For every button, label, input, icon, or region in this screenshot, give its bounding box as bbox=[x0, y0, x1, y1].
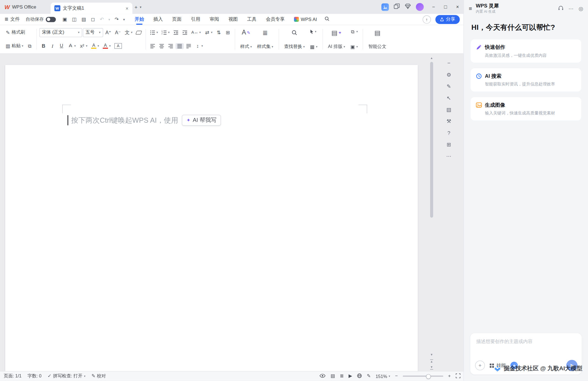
tools-icon[interactable]: ⚒ bbox=[447, 119, 451, 124]
card-quick-create[interactable]: 快速创作 高效激活灵感，一键生成优质内容 bbox=[471, 39, 581, 63]
layers-button[interactable]: ⧉ ▾ bbox=[349, 28, 359, 35]
edit-icon[interactable]: ✎ bbox=[447, 84, 451, 89]
tab-list-caret-icon[interactable]: ▾ bbox=[140, 5, 141, 9]
vertical-scrollbar[interactable]: ▲ ▼ ▲ ▼ bbox=[429, 56, 434, 370]
tab-tools[interactable]: 工具 bbox=[247, 14, 257, 25]
new-tab-button[interactable]: + bbox=[132, 4, 140, 10]
tab-wps-ai[interactable]: WPS AI bbox=[294, 14, 317, 25]
tab-view[interactable]: 视图 bbox=[228, 14, 238, 25]
align-right-button[interactable] bbox=[166, 43, 175, 49]
increase-indent-button[interactable] bbox=[181, 29, 189, 36]
table-grid-button[interactable]: ⊞ bbox=[224, 29, 232, 36]
find-replace-button[interactable]: 查找替换▾ bbox=[282, 28, 308, 51]
next-page-icon[interactable]: ▼ bbox=[430, 366, 433, 370]
more-icon[interactable]: ⋯ bbox=[446, 154, 452, 159]
select-cursor-icon[interactable]: ↖ bbox=[447, 95, 451, 101]
undo-caret-icon[interactable]: ▾ bbox=[108, 17, 110, 21]
align-left-button[interactable] bbox=[149, 43, 157, 49]
tab-page[interactable]: 页面 bbox=[172, 14, 182, 25]
phonetic-guide-button[interactable]: 文 ▾ bbox=[123, 29, 134, 36]
premium-gem-icon[interactable] bbox=[405, 3, 411, 10]
wrap-button[interactable]: ▣ ▾ bbox=[349, 44, 359, 50]
zoom-slider[interactable] bbox=[403, 375, 443, 377]
character-border-button[interactable]: A bbox=[113, 42, 123, 50]
user-avatar[interactable] bbox=[416, 3, 424, 11]
bold-button[interactable]: B bbox=[39, 43, 48, 49]
spellcheck-status[interactable]: ✓ 拼写检查: 打开 ▾ bbox=[47, 373, 85, 379]
multi-window-icon[interactable] bbox=[394, 3, 400, 10]
undo-icon[interactable]: ↶ bbox=[99, 17, 104, 22]
document-page[interactable]: 按下两次Ctrl键唤起WPS AI，使用 ✦ AI 帮我写 bbox=[5, 65, 418, 371]
paste-button[interactable]: ▥ 粘贴 ▾ bbox=[4, 42, 25, 50]
autosave-control[interactable]: 自动保存 bbox=[26, 16, 56, 23]
collapse-panel-icon[interactable]: − bbox=[447, 60, 451, 66]
zoom-slider-thumb[interactable] bbox=[426, 374, 431, 379]
decrease-indent-button[interactable] bbox=[172, 29, 180, 36]
close-button[interactable]: × bbox=[452, 0, 464, 14]
help-icon[interactable]: ? bbox=[447, 130, 451, 135]
minimize-button[interactable]: − bbox=[428, 0, 440, 14]
page-view-icon[interactable]: ▤ bbox=[330, 374, 335, 379]
zoom-out-icon[interactable]: − bbox=[395, 374, 398, 379]
web-view-icon[interactable] bbox=[357, 373, 362, 379]
scrollbar-thumb[interactable] bbox=[430, 62, 433, 218]
increase-font-button[interactable]: A⁺ bbox=[104, 29, 113, 36]
tab-home[interactable]: 开始 bbox=[135, 14, 144, 25]
maximize-button[interactable]: □ bbox=[439, 0, 452, 14]
print-icon[interactable]: ▤ bbox=[81, 17, 86, 22]
outline-view-icon[interactable]: ≣ bbox=[340, 374, 344, 379]
font-size-select[interactable]: 五号 ▾ bbox=[83, 28, 103, 37]
tab-insert[interactable]: 插入 bbox=[153, 14, 163, 25]
ai-write-button[interactable]: ✦ AI 帮我写 bbox=[182, 115, 221, 125]
upload-icon[interactable]: ↑ bbox=[423, 15, 431, 23]
word-count[interactable]: 字数: 0 bbox=[28, 373, 42, 379]
tab-review[interactable]: 审阅 bbox=[210, 14, 219, 25]
redo-icon[interactable]: ↷ bbox=[114, 17, 119, 22]
line-spacing-button[interactable]: ↕ ▾ bbox=[193, 43, 204, 49]
copy-button[interactable]: ⧉ bbox=[26, 43, 34, 49]
previous-page-icon[interactable]: ▲ bbox=[430, 359, 433, 363]
file-menu[interactable]: ≣ 文件 bbox=[4, 16, 20, 23]
redo-caret-icon[interactable]: ▾ bbox=[123, 17, 125, 21]
autosave-toggle[interactable] bbox=[46, 17, 56, 22]
clear-format-button[interactable] bbox=[135, 30, 143, 35]
document-tab[interactable]: W 文字文稿1 × bbox=[50, 3, 132, 14]
select-button[interactable]: ▾ bbox=[308, 28, 319, 35]
print-preview-icon[interactable]: ◻ bbox=[91, 17, 95, 22]
smart-doc-button[interactable]: ▤ 智能公文 bbox=[366, 28, 389, 51]
text-direction-button[interactable]: ⇄ ▾ bbox=[203, 29, 214, 36]
font-color-button[interactable]: A ▾ bbox=[101, 42, 112, 50]
align-center-button[interactable] bbox=[158, 43, 166, 49]
scroll-down-icon[interactable]: ▼ bbox=[430, 353, 433, 357]
sort-button[interactable]: ⇅ bbox=[215, 29, 223, 36]
numbered-list-button[interactable]: ▾ bbox=[160, 29, 171, 36]
decrease-font-button[interactable]: A⁻ bbox=[114, 29, 122, 36]
fullscreen-icon[interactable] bbox=[456, 373, 461, 379]
bullet-list-button[interactable]: ▾ bbox=[149, 29, 159, 36]
proofread-button[interactable]: ✎ 校对 bbox=[91, 373, 106, 379]
justify-button[interactable] bbox=[176, 43, 184, 49]
save-icon[interactable]: ▣ bbox=[62, 17, 67, 22]
format-painter-button[interactable]: ✎ 格式刷 bbox=[4, 28, 27, 36]
style-set-button[interactable]: ≣ 样式集▾ bbox=[255, 28, 276, 51]
italic-button[interactable]: I bbox=[48, 43, 57, 49]
more-options-icon[interactable]: ⋯ bbox=[568, 6, 574, 12]
attach-button[interactable]: + bbox=[475, 361, 485, 370]
search-icon[interactable] bbox=[324, 16, 330, 23]
tab-member[interactable]: 会员专享 bbox=[266, 14, 285, 25]
share-button[interactable]: 分享 bbox=[435, 15, 460, 24]
card-generate-image[interactable]: 生成图像 输入关键词，快速生成高质量视觉素材 bbox=[471, 97, 581, 120]
character-scale-button[interactable]: A↔ ▾ bbox=[190, 30, 202, 35]
headset-icon[interactable] bbox=[558, 6, 563, 12]
styles-button[interactable]: A✎ 样式▾ bbox=[238, 28, 254, 51]
ai-layout-button[interactable]: ▤✦ AI 排版▾ bbox=[325, 28, 348, 51]
assistant-menu-icon[interactable]: ≡ bbox=[469, 5, 472, 12]
notes-icon[interactable]: ▤ bbox=[446, 107, 451, 112]
strikethrough-button[interactable]: A ▾ bbox=[66, 43, 77, 49]
apps-icon[interactable]: ⊞ bbox=[447, 142, 451, 147]
settings-icon[interactable]: ⚙ bbox=[447, 72, 451, 77]
scroll-up-icon[interactable]: ▲ bbox=[430, 56, 433, 60]
assistant-input-placeholder[interactable]: 描述想要创作的主题或内容 bbox=[470, 333, 582, 350]
export-icon[interactable]: ◫ bbox=[72, 17, 77, 22]
pin-panel-icon[interactable]: ◎ bbox=[579, 6, 583, 12]
